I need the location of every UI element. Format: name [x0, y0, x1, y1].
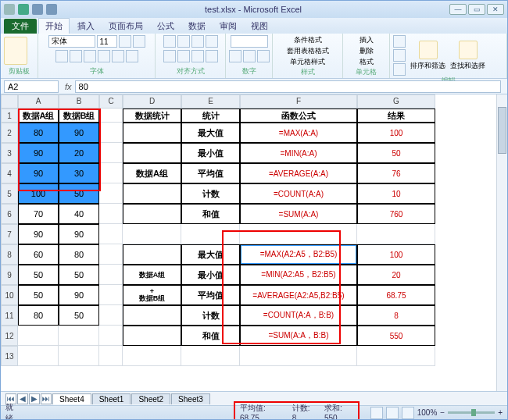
align-right-icon[interactable]	[191, 50, 204, 62]
font-size-select[interactable]: 11	[97, 35, 117, 48]
col-header[interactable]: D	[123, 94, 181, 109]
cell[interactable]: 最小值	[181, 265, 240, 285]
cell[interactable]: 数据统计	[123, 109, 181, 123]
find-select-icon[interactable]	[459, 41, 478, 59]
merge-icon[interactable]	[206, 50, 218, 62]
cell[interactable]: 最小值	[181, 143, 240, 163]
cell[interactable]: 90	[59, 224, 99, 244]
cell[interactable]: 结果	[357, 109, 435, 123]
cell[interactable]	[123, 326, 181, 346]
cell[interactable]: 68.75	[357, 285, 435, 305]
cell[interactable]: 80	[18, 305, 59, 326]
minimize-button[interactable]: —	[449, 4, 467, 15]
cell[interactable]: 100	[357, 244, 435, 265]
cell[interactable]: =COUNT(A:A)	[240, 183, 357, 204]
tab-insert[interactable]: 插入	[71, 19, 101, 34]
cell[interactable]	[99, 109, 123, 123]
cell[interactable]: 平均值	[181, 163, 240, 183]
col-header[interactable]: G	[357, 94, 435, 109]
cell[interactable]: 90	[59, 285, 99, 305]
tab-review[interactable]: 审阅	[213, 19, 243, 34]
font-color-icon[interactable]	[126, 50, 138, 62]
cell[interactable]: 10	[357, 183, 435, 204]
cell[interactable]	[99, 204, 123, 224]
tab-data[interactable]: 数据	[182, 19, 212, 34]
currency-icon[interactable]	[229, 50, 241, 62]
row-header[interactable]: 7	[1, 224, 18, 244]
row-header[interactable]: 10	[1, 285, 18, 305]
cell[interactable]: 8	[357, 305, 435, 326]
fill-color-icon[interactable]	[112, 50, 124, 62]
sheet-tab[interactable]: Sheet3	[171, 393, 210, 404]
cell[interactable]	[99, 163, 123, 183]
bold-icon[interactable]	[55, 50, 68, 62]
table-format-button[interactable]: 套用表格格式	[287, 46, 329, 56]
align-left-icon[interactable]	[163, 50, 176, 62]
cell[interactable]: 760	[357, 204, 435, 224]
vertical-scrollbar[interactable]	[496, 94, 507, 393]
cell[interactable]: 90	[18, 143, 59, 163]
zoom-out-button[interactable]: −	[440, 408, 445, 417]
number-format-select[interactable]	[231, 35, 268, 48]
cell[interactable]: =AVERAGE(A2:A5,B2:B5)	[240, 285, 357, 305]
cell[interactable]: =SUM(A:A，B:B)	[240, 326, 357, 346]
cell[interactable]: 50	[59, 265, 99, 285]
cell[interactable]	[99, 244, 123, 265]
align-bot-icon[interactable]	[191, 35, 204, 48]
cell[interactable]	[123, 346, 181, 366]
cell[interactable]: 50	[18, 265, 59, 285]
zoom-slider[interactable]	[448, 411, 495, 414]
tab-home[interactable]: 开始	[38, 18, 70, 34]
save-icon[interactable]	[18, 4, 29, 15]
cell[interactable]	[99, 326, 123, 346]
cell[interactable]: =AVERAGE(A:A)	[240, 163, 357, 183]
cell[interactable]	[99, 123, 123, 143]
sheet-tab[interactable]: Sheet2	[131, 393, 170, 404]
autosum-icon[interactable]	[393, 35, 406, 48]
cell[interactable]	[99, 224, 123, 244]
cell[interactable]	[123, 143, 181, 163]
cell[interactable]	[357, 346, 435, 366]
align-top-icon[interactable]	[163, 35, 176, 48]
align-mid-icon[interactable]	[177, 35, 190, 48]
cell[interactable]	[59, 346, 99, 366]
cell[interactable]: 90	[59, 123, 99, 143]
tab-formula[interactable]: 公式	[151, 19, 181, 34]
cell[interactable]: 数据A组	[18, 109, 59, 123]
fill-icon[interactable]	[393, 49, 406, 62]
format-cells-button[interactable]: 格式	[360, 57, 374, 67]
col-header[interactable]: A	[18, 94, 59, 109]
cell[interactable]: 100	[18, 183, 59, 204]
col-header[interactable]: B	[59, 94, 99, 109]
cell[interactable]	[181, 224, 240, 244]
cell[interactable]: 90	[18, 163, 59, 183]
cell[interactable]	[123, 123, 181, 143]
cell[interactable]	[18, 326, 59, 346]
cell[interactable]	[123, 305, 181, 326]
cell[interactable]	[240, 346, 357, 366]
undo-icon[interactable]	[32, 4, 43, 15]
cell[interactable]: =COUNT(A:A，B:B)	[240, 305, 357, 326]
row-header[interactable]: 12	[1, 326, 18, 346]
cell[interactable]: 数据A组	[123, 265, 181, 285]
cell[interactable]: 数据B组	[59, 109, 99, 123]
formula-input[interactable]: 80	[75, 80, 501, 93]
col-header[interactable]: F	[240, 94, 357, 109]
wrap-icon[interactable]	[206, 35, 218, 48]
cell[interactable]: 40	[59, 204, 99, 224]
cell[interactable]	[99, 265, 123, 285]
col-header[interactable]: C	[99, 94, 123, 109]
cell[interactable]: =MIN(A2:A5，B2:B5)	[240, 265, 357, 285]
row-header[interactable]: 1	[1, 109, 18, 123]
cell[interactable]: 最大值	[181, 244, 240, 265]
cell[interactable]: 统计	[181, 109, 240, 123]
cell[interactable]: 20	[357, 265, 435, 285]
cell[interactable]: 90	[18, 224, 59, 244]
percent-icon[interactable]	[243, 50, 256, 62]
cell[interactable]: 100	[357, 123, 435, 143]
cell[interactable]: 30	[59, 163, 99, 183]
redo-icon[interactable]	[46, 4, 57, 15]
cell[interactable]: 80	[59, 244, 99, 265]
cell[interactable]	[240, 224, 357, 244]
shrink-font-icon[interactable]	[133, 35, 145, 48]
